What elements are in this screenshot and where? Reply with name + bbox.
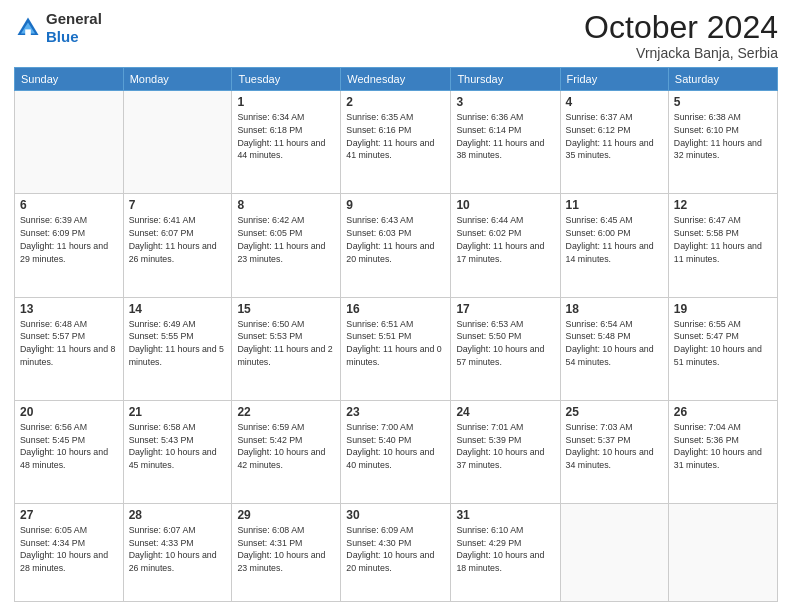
calendar-cell: 26Sunrise: 7:04 AMSunset: 5:36 PMDayligh… [668,400,777,503]
calendar-cell: 12Sunrise: 6:47 AMSunset: 5:58 PMDayligh… [668,194,777,297]
day-info: Sunrise: 6:45 AMSunset: 6:00 PMDaylight:… [566,214,663,265]
calendar-header-thursday: Thursday [451,68,560,91]
day-info: Sunrise: 7:00 AMSunset: 5:40 PMDaylight:… [346,421,445,472]
logo: General Blue [14,10,102,46]
calendar-cell: 8Sunrise: 6:42 AMSunset: 6:05 PMDaylight… [232,194,341,297]
day-info: Sunrise: 6:50 AMSunset: 5:53 PMDaylight:… [237,318,335,369]
day-number: 4 [566,95,663,109]
calendar-cell: 5Sunrise: 6:38 AMSunset: 6:10 PMDaylight… [668,91,777,194]
day-number: 26 [674,405,772,419]
calendar-cell [668,503,777,601]
day-number: 12 [674,198,772,212]
day-number: 19 [674,302,772,316]
day-number: 10 [456,198,554,212]
calendar-cell: 18Sunrise: 6:54 AMSunset: 5:48 PMDayligh… [560,297,668,400]
logo-text: General Blue [46,10,102,46]
day-number: 7 [129,198,227,212]
calendar-cell: 24Sunrise: 7:01 AMSunset: 5:39 PMDayligh… [451,400,560,503]
day-number: 15 [237,302,335,316]
calendar-cell: 14Sunrise: 6:49 AMSunset: 5:55 PMDayligh… [123,297,232,400]
calendar-cell [560,503,668,601]
calendar-cell: 4Sunrise: 6:37 AMSunset: 6:12 PMDaylight… [560,91,668,194]
calendar-week-3: 13Sunrise: 6:48 AMSunset: 5:57 PMDayligh… [15,297,778,400]
logo-blue: Blue [46,28,102,46]
day-number: 1 [237,95,335,109]
logo-general: General [46,10,102,28]
calendar-cell: 29Sunrise: 6:08 AMSunset: 4:31 PMDayligh… [232,503,341,601]
day-info: Sunrise: 7:04 AMSunset: 5:36 PMDaylight:… [674,421,772,472]
day-number: 18 [566,302,663,316]
day-info: Sunrise: 6:39 AMSunset: 6:09 PMDaylight:… [20,214,118,265]
day-info: Sunrise: 6:09 AMSunset: 4:30 PMDaylight:… [346,524,445,575]
calendar-cell: 9Sunrise: 6:43 AMSunset: 6:03 PMDaylight… [341,194,451,297]
day-info: Sunrise: 6:36 AMSunset: 6:14 PMDaylight:… [456,111,554,162]
day-number: 13 [20,302,118,316]
day-number: 30 [346,508,445,522]
subtitle: Vrnjacka Banja, Serbia [584,45,778,61]
day-number: 22 [237,405,335,419]
day-number: 21 [129,405,227,419]
day-number: 6 [20,198,118,212]
calendar-cell: 31Sunrise: 6:10 AMSunset: 4:29 PMDayligh… [451,503,560,601]
day-info: Sunrise: 6:07 AMSunset: 4:33 PMDaylight:… [129,524,227,575]
calendar-header-wednesday: Wednesday [341,68,451,91]
day-number: 3 [456,95,554,109]
day-number: 11 [566,198,663,212]
day-number: 5 [674,95,772,109]
page: General Blue October 2024 Vrnjacka Banja… [0,0,792,612]
calendar-table: SundayMondayTuesdayWednesdayThursdayFrid… [14,67,778,602]
day-info: Sunrise: 6:38 AMSunset: 6:10 PMDaylight:… [674,111,772,162]
header: General Blue October 2024 Vrnjacka Banja… [14,10,778,61]
calendar-header-sunday: Sunday [15,68,124,91]
calendar-cell: 16Sunrise: 6:51 AMSunset: 5:51 PMDayligh… [341,297,451,400]
calendar-cell: 15Sunrise: 6:50 AMSunset: 5:53 PMDayligh… [232,297,341,400]
day-number: 29 [237,508,335,522]
day-info: Sunrise: 6:53 AMSunset: 5:50 PMDaylight:… [456,318,554,369]
day-info: Sunrise: 6:48 AMSunset: 5:57 PMDaylight:… [20,318,118,369]
day-info: Sunrise: 6:47 AMSunset: 5:58 PMDaylight:… [674,214,772,265]
day-info: Sunrise: 6:44 AMSunset: 6:02 PMDaylight:… [456,214,554,265]
day-info: Sunrise: 6:55 AMSunset: 5:47 PMDaylight:… [674,318,772,369]
day-info: Sunrise: 6:42 AMSunset: 6:05 PMDaylight:… [237,214,335,265]
calendar-header-row: SundayMondayTuesdayWednesdayThursdayFrid… [15,68,778,91]
day-number: 17 [456,302,554,316]
calendar-header-monday: Monday [123,68,232,91]
day-info: Sunrise: 7:01 AMSunset: 5:39 PMDaylight:… [456,421,554,472]
day-number: 28 [129,508,227,522]
day-number: 9 [346,198,445,212]
day-info: Sunrise: 6:37 AMSunset: 6:12 PMDaylight:… [566,111,663,162]
day-number: 27 [20,508,118,522]
day-info: Sunrise: 6:56 AMSunset: 5:45 PMDaylight:… [20,421,118,472]
calendar-cell: 13Sunrise: 6:48 AMSunset: 5:57 PMDayligh… [15,297,124,400]
day-info: Sunrise: 6:51 AMSunset: 5:51 PMDaylight:… [346,318,445,369]
day-number: 8 [237,198,335,212]
calendar-header-tuesday: Tuesday [232,68,341,91]
main-title: October 2024 [584,10,778,45]
calendar-cell: 10Sunrise: 6:44 AMSunset: 6:02 PMDayligh… [451,194,560,297]
day-info: Sunrise: 6:08 AMSunset: 4:31 PMDaylight:… [237,524,335,575]
calendar-cell: 25Sunrise: 7:03 AMSunset: 5:37 PMDayligh… [560,400,668,503]
calendar-cell: 2Sunrise: 6:35 AMSunset: 6:16 PMDaylight… [341,91,451,194]
svg-rect-2 [25,29,31,35]
day-info: Sunrise: 6:59 AMSunset: 5:42 PMDaylight:… [237,421,335,472]
calendar-cell: 17Sunrise: 6:53 AMSunset: 5:50 PMDayligh… [451,297,560,400]
calendar-cell: 23Sunrise: 7:00 AMSunset: 5:40 PMDayligh… [341,400,451,503]
day-info: Sunrise: 6:49 AMSunset: 5:55 PMDaylight:… [129,318,227,369]
day-number: 24 [456,405,554,419]
day-info: Sunrise: 6:41 AMSunset: 6:07 PMDaylight:… [129,214,227,265]
title-block: October 2024 Vrnjacka Banja, Serbia [584,10,778,61]
calendar-cell: 1Sunrise: 6:34 AMSunset: 6:18 PMDaylight… [232,91,341,194]
calendar-cell: 22Sunrise: 6:59 AMSunset: 5:42 PMDayligh… [232,400,341,503]
calendar-cell: 6Sunrise: 6:39 AMSunset: 6:09 PMDaylight… [15,194,124,297]
day-info: Sunrise: 6:43 AMSunset: 6:03 PMDaylight:… [346,214,445,265]
day-info: Sunrise: 6:34 AMSunset: 6:18 PMDaylight:… [237,111,335,162]
calendar-cell: 11Sunrise: 6:45 AMSunset: 6:00 PMDayligh… [560,194,668,297]
calendar-header-saturday: Saturday [668,68,777,91]
day-info: Sunrise: 6:05 AMSunset: 4:34 PMDaylight:… [20,524,118,575]
calendar-cell: 20Sunrise: 6:56 AMSunset: 5:45 PMDayligh… [15,400,124,503]
calendar-week-4: 20Sunrise: 6:56 AMSunset: 5:45 PMDayligh… [15,400,778,503]
day-number: 16 [346,302,445,316]
calendar-cell: 7Sunrise: 6:41 AMSunset: 6:07 PMDaylight… [123,194,232,297]
day-info: Sunrise: 6:10 AMSunset: 4:29 PMDaylight:… [456,524,554,575]
day-number: 2 [346,95,445,109]
